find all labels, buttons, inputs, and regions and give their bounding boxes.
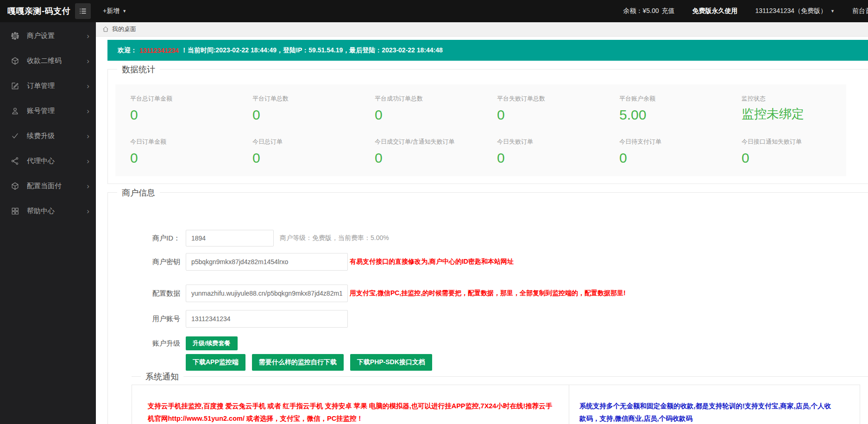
stat-value: 0 [252,151,375,165]
chevron-down-icon: ▼ [830,9,835,13]
merchant-key-note: 有易支付接口的直接修改为,商户中心的ID密匙和本站网址 [350,258,514,266]
chevron-right-icon: › [87,132,89,140]
grid-icon [10,206,19,215]
system-notice-section: 系统通知 支持云手机挂监控,百度搜 爱云兔云手机 或者 红手指云手机 支持安卓 … [132,376,868,424]
gear-icon [10,31,19,40]
recharge-link[interactable]: 充值 [661,7,674,15]
sidebar-item-label: 商户设置 [27,32,55,40]
stat-cell-today-notify-failed-orders: 今日接口通知失败订单0 [742,138,864,165]
content: 欢迎： 13112341234 ！当前时间:2023-02-22 18:44:4… [96,37,868,424]
check-icon [10,131,19,140]
sidebar-item-label: 帮助中心 [27,207,55,215]
home-icon [102,26,109,32]
stat-cell-platform-total-amount: 平台总订单金额0 [130,95,252,122]
merchant-key-input[interactable] [186,253,348,271]
notice-box: 支持云手机挂监控,百度搜 爱云兔云手机 或者 红手指云手机 支持安卓 苹果 电脑… [132,385,860,424]
stat-cell-today-amount: 今日订单金额0 [130,138,252,165]
stat-value: 0 [130,108,252,122]
share-icon [10,156,19,165]
sidebar-item-qrcode[interactable]: 收款二维码 › [0,48,96,73]
sidebar-item-f2f-config[interactable]: 配置当面付 › [0,173,96,198]
stat-value: 5.00 [619,108,742,122]
user-account-input[interactable] [186,310,348,328]
order-edit-icon [10,81,19,90]
balance-area: 余额：¥5.00 充值 [623,7,674,15]
welcome-message: ！当前时间:2023-02-22 18:44:49，登陆IP：59.51.54.… [181,46,443,55]
balance-label: 余额：¥5.00 [623,7,659,15]
sidebar-item-merchant-settings[interactable]: 商户设置 › [0,23,96,48]
sidebar-item-label: 代理中心 [27,157,55,165]
chevron-right-icon: › [87,157,89,165]
notice-left-text: 支持云手机挂监控,百度搜 爱云兔云手机 或者 红手指云手机 支持安卓 苹果 电脑… [132,385,569,424]
config-data-row: 配置数据 用支付宝,微信PC,挂监控,的时候需要把，配置数据，那里，全部复制到监… [115,285,868,302]
stat-label: 平台订单总数 [252,95,375,103]
upgrade-renew-button[interactable]: 升级/续费套餐 [186,336,238,350]
welcome-banner: 欢迎： 13112341234 ！当前时间:2023-02-22 18:44:4… [107,40,868,61]
stat-cell-platform-balance: 平台账户余额5.00 [619,95,742,122]
stat-label: 今日总订单 [252,138,375,146]
merchant-info-section: 商户信息 商户ID： 商户等级：免费版，当前费率：5.00% 商户密钥 有易支付… [107,192,868,424]
merchant-id-row: 商户ID： 商户等级：免费版，当前费率：5.00% [115,230,868,247]
download-php-sdk-button[interactable]: 下载PHP-SDK接口文档 [350,354,432,371]
sidebar-item-label: 收款二维码 [27,57,62,65]
user-account-label: 用户账号 [115,315,186,323]
stat-label: 监控状态 [742,95,864,103]
stat-cell-platform-success-orders: 平台成功订单总数0 [375,95,497,122]
sidebar-toggle-button[interactable] [75,3,91,19]
chevron-down-icon: ▼ [122,9,126,13]
config-data-input[interactable] [186,285,348,302]
account-upgrade-row: 账户升级 升级/续费套餐 [115,336,868,350]
stat-value: 0 [497,108,619,122]
stat-label: 平台成功订单总数 [375,95,497,103]
stat-cell-today-failed-orders: 今日失败订单0 [497,138,619,165]
sidebar-item-accounts[interactable]: 账号管理 › [0,98,96,123]
config-data-label: 配置数据 [115,289,186,298]
merchant-id-input[interactable] [186,230,274,247]
merchant-level-hint: 商户等级：免费版，当前费率：5.00% [280,234,389,242]
stat-cell-today-orders: 今日总订单0 [252,138,375,165]
frontend-home-link[interactable]: 前台首页 [852,7,868,15]
new-dropdown-label: +新增 [103,7,120,15]
sidebar-item-agent-center[interactable]: 代理中心 › [0,148,96,173]
stat-label: 平台账户余额 [619,95,742,103]
download-app-monitor-button[interactable]: 下载APP监控端 [186,354,245,371]
chevron-right-icon: › [87,182,89,190]
stat-cell-platform-failed-orders: 平台失败订单总数0 [497,95,619,122]
chevron-right-icon: › [87,107,89,115]
qrcode-box-icon [10,56,19,65]
stats-section-title: 数据统计 [117,64,160,75]
stats-card: 平台总订单金额0 平台订单总数0 平台成功订单总数0 平台失败订单总数0 平台账… [115,84,846,176]
sidebar-item-orders[interactable]: 订单管理 › [0,73,96,98]
chevron-right-icon: › [87,207,89,215]
account-upgrade-label: 账户升级 [115,339,186,348]
new-dropdown[interactable]: +新增 ▼ [103,7,126,15]
account-dropdown[interactable]: 13112341234（免费版） ▼ [755,7,835,15]
stat-cell-monitor-status: 监控状态监控未绑定 [742,95,864,122]
sidebar-item-label: 订单管理 [27,82,55,90]
stat-value: 0 [375,151,497,165]
chevron-right-icon: › [87,82,89,90]
stats-section: 数据统计 平台总订单金额0 平台订单总数0 平台成功订单总数0 平台失败订单总数… [107,69,868,184]
download-custom-monitor-button[interactable]: 需要什么样的监控自行下载 [252,354,344,371]
sidebar-item-renew-upgrade[interactable]: 续费升级 › [0,123,96,148]
cube-icon [10,181,19,190]
top-bar: 嘎嘎亲测-码支付 +新增 ▼ 余额：¥5.00 充值 免费版永久使用 13112… [0,0,868,22]
sidebar-item-help-center[interactable]: 帮助中心 › [0,198,96,223]
stat-label: 今日订单金额 [130,138,252,146]
list-icon [79,7,87,15]
stat-label: 平台总订单金额 [130,95,252,103]
chevron-right-icon: › [87,57,89,65]
stat-value: 0 [130,151,252,165]
welcome-account: 13112341234 [139,47,179,54]
sidebar: 商户设置 › 收款二维码 › 订单管理 › 账号管理 › 续费升级 › 代理中心… [0,22,96,424]
stat-label: 今日成交订单/含通知失败订单 [375,138,497,146]
config-data-note: 用支付宝,微信PC,挂监控,的时候需要把，配置数据，那里，全部复制到监控端的，配… [350,289,626,297]
plan-badge: 免费版永久使用 [692,7,737,15]
merchant-section-title: 商户信息 [117,187,160,198]
system-notice-title: 系统通知 [141,371,183,382]
monitor-status-value: 监控未绑定 [742,108,864,120]
stat-label: 今日待支付订单 [619,138,742,146]
breadcrumb[interactable]: 我的桌面 [96,22,868,37]
merchant-key-row: 商户密钥 有易支付接口的直接修改为,商户中心的ID密匙和本站网址 [115,253,868,271]
welcome-prefix: 欢迎： [118,46,137,55]
